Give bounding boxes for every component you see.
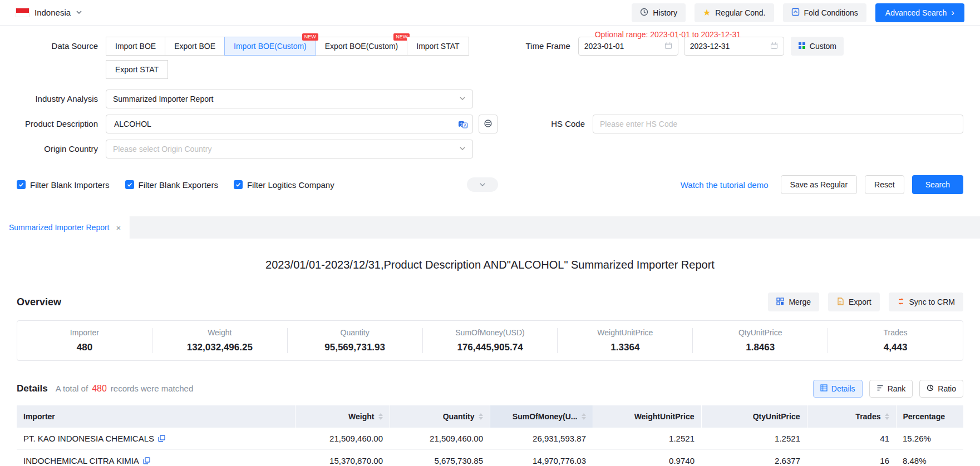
- country-selector[interactable]: Indonesia: [16, 8, 82, 17]
- data-source-export-boe-custom[interactable]: Export BOE(Custom) NEW: [316, 37, 407, 56]
- custom-label: Custom: [810, 42, 836, 51]
- save-as-regular-button[interactable]: Save as Regular: [781, 175, 858, 194]
- regular-cond-button[interactable]: ★ Regular Cond.: [695, 3, 774, 22]
- origin-label: Origin Country: [17, 140, 106, 158]
- rank-bars-icon: [876, 384, 884, 393]
- reset-button[interactable]: Reset: [865, 175, 904, 194]
- quantity-cell: 5,675,730.85: [390, 450, 490, 466]
- search-form: Optional range: 2023-01-01 to 2023-12-31…: [0, 26, 980, 194]
- filter-blank-importers-checkbox[interactable]: Filter Blank Importers: [17, 180, 110, 190]
- stat-quantity: Quantity 95,569,731.93: [287, 328, 422, 353]
- col-trades-sortable[interactable]: Trades: [807, 405, 896, 428]
- importer-name[interactable]: PT. KAO INDONESIA CHEMICALS: [23, 434, 154, 443]
- data-source-export-stat[interactable]: Export STAT: [106, 60, 168, 79]
- col-sum-of-money-sortable[interactable]: SumOfMoney(U...: [490, 405, 593, 428]
- stat-label: Weight: [152, 328, 287, 337]
- search-button[interactable]: Search: [912, 175, 963, 194]
- checkbox-label: Filter Blank Importers: [30, 180, 110, 190]
- fold-conditions-button[interactable]: Fold Conditions: [783, 3, 866, 22]
- matched-count: 480: [92, 384, 107, 393]
- trades-cell: 41: [807, 428, 896, 450]
- advanced-search-label: Advanced Search: [885, 8, 947, 17]
- col-label: SumOfMoney(U...: [513, 412, 578, 421]
- date-from-input[interactable]: 2023-01-01: [578, 37, 678, 56]
- tab-summarized-importer-report[interactable]: Summarized Importer Report ×: [0, 216, 130, 239]
- data-source-label-text: Export BOE(Custom): [325, 42, 398, 51]
- view-rank-button[interactable]: Rank: [869, 380, 913, 398]
- stat-label: Importer: [17, 328, 152, 337]
- data-source-import-boe-custom[interactable]: Import BOE(Custom) NEW: [224, 37, 316, 56]
- export-file-icon: [836, 298, 844, 307]
- col-label: Quantity: [443, 412, 475, 421]
- fold-conditions-label: Fold Conditions: [804, 8, 858, 17]
- custom-range-button[interactable]: Custom: [791, 37, 844, 56]
- industry-label: Industry Analysis: [17, 90, 106, 108]
- filter-logistics-company-checkbox[interactable]: Filter Logitics Company: [234, 180, 334, 190]
- industry-select[interactable]: Summarized Importer Report: [106, 90, 473, 108]
- product-label: Product Description: [17, 115, 106, 133]
- stat-value: 480: [17, 342, 152, 353]
- sort-icon: [885, 413, 889, 420]
- col-quantity-sortable[interactable]: Quantity: [390, 405, 490, 428]
- history-button[interactable]: History: [632, 3, 686, 22]
- data-source-import-boe[interactable]: Import BOE: [106, 37, 165, 56]
- details-heading: Details: [17, 383, 48, 394]
- col-importer: Importer: [17, 405, 295, 428]
- col-label: QtyUnitPrice: [753, 412, 800, 421]
- stat-importer: Importer 480: [17, 328, 152, 353]
- star-icon: ★: [703, 8, 711, 17]
- col-weight-sortable[interactable]: Weight: [295, 405, 390, 428]
- report-content: 2023/01/01-2023/12/31,Product Descriptio…: [0, 259, 980, 466]
- stat-value: 1.3364: [558, 342, 692, 353]
- filter-blank-exporters-checkbox[interactable]: Filter Blank Exporters: [125, 180, 218, 190]
- export-button[interactable]: Export: [828, 293, 879, 311]
- sum-cell: 14,970,776.03: [490, 450, 593, 466]
- industry-row: Industry Analysis Summarized Importer Re…: [17, 90, 963, 108]
- merge-label: Merge: [789, 298, 811, 306]
- qty-unit-price-cell: 1.2521: [701, 428, 807, 450]
- weight-unit-price-cell: 1.2521: [593, 428, 701, 450]
- synonym-button[interactable]: [479, 115, 498, 133]
- data-source-import-stat[interactable]: Import STAT: [407, 37, 469, 56]
- percentage-cell: 15.26%: [896, 428, 963, 450]
- date-to-input[interactable]: 2023-12-31: [684, 37, 784, 56]
- importer-name[interactable]: INDOCHEMICAL CITRA KIMIA: [23, 456, 139, 465]
- sync-icon: [897, 298, 905, 307]
- view-ratio-button[interactable]: Ratio: [919, 380, 963, 398]
- checkbox-checked-icon: [234, 180, 243, 189]
- hs-code-input[interactable]: [593, 115, 963, 133]
- view-switcher: Details Rank Ratio: [813, 380, 963, 398]
- merge-button[interactable]: Merge: [768, 293, 819, 311]
- pie-chart-icon: [927, 384, 934, 393]
- tab-label: Summarized Importer Report: [9, 223, 110, 232]
- copy-icon[interactable]: [158, 435, 165, 442]
- view-ratio-label: Ratio: [938, 384, 956, 393]
- chevron-down-icon: [459, 145, 466, 153]
- product-description-input[interactable]: [113, 119, 454, 129]
- stat-value: 4,443: [828, 342, 963, 353]
- weight-unit-price-cell: 0.9740: [593, 450, 701, 466]
- optional-range-hint: Optional range: 2023-01-01 to 2023-12-31: [595, 30, 741, 39]
- expand-conditions-button[interactable]: [467, 177, 498, 192]
- details-table: Importer Weight Quantity SumOfMoney(U...…: [17, 405, 963, 466]
- chevron-right-icon: ›: [951, 8, 954, 17]
- col-label: Percentage: [903, 412, 945, 421]
- close-icon[interactable]: ×: [116, 224, 121, 232]
- data-source-group: Import BOE Export BOE Import BOE(Custom)…: [106, 37, 473, 83]
- table-row: INDOCHEMICAL CITRA KIMIA 15,370,870.00 5…: [17, 450, 963, 466]
- origin-country-select[interactable]: Please select Origin Country: [106, 140, 473, 158]
- translate-icon[interactable]: 文A: [458, 119, 468, 129]
- view-details-button[interactable]: Details: [813, 380, 863, 398]
- table-row: PT. KAO INDONESIA CHEMICALS 21,509,460.0…: [17, 428, 963, 450]
- advanced-search-button[interactable]: Advanced Search ›: [875, 3, 964, 22]
- data-source-label-text: Import BOE(Custom): [234, 42, 307, 51]
- copy-icon[interactable]: [143, 457, 150, 464]
- percentage-cell: 8.48%: [896, 450, 963, 466]
- data-source-export-boe[interactable]: Export BOE: [165, 37, 225, 56]
- data-source-label-text: Export STAT: [115, 65, 159, 74]
- weight-cell: 15,370,870.00: [295, 450, 390, 466]
- custom-grid-icon: [798, 42, 806, 51]
- tutorial-demo-link[interactable]: Watch the tutorial demo: [681, 180, 769, 190]
- sync-to-crm-button[interactable]: Sync to CRM: [889, 293, 963, 311]
- fold-icon: [791, 8, 800, 18]
